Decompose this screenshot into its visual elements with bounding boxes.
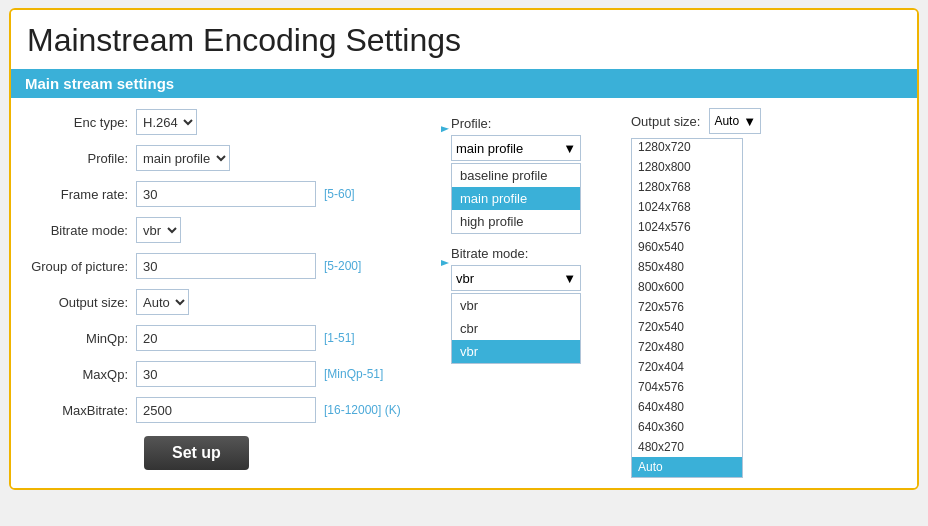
profile-option-main[interactable]: main profile: [452, 187, 580, 210]
size-list-item[interactable]: 704x576: [632, 377, 742, 397]
main-content: Enc type: H.264 Profile: main profile Fr…: [11, 98, 917, 488]
bitrate-select-top[interactable]: vbr ▼: [451, 265, 581, 291]
maxqp-row: MaxQp: [MinQp-51]: [21, 360, 431, 388]
profile-label: Profile:: [21, 151, 136, 166]
middle-panel: Profile: main profile ▼ baseline profile…: [441, 108, 631, 478]
frame-rate-input[interactable]: [136, 181, 316, 207]
enc-type-row: Enc type: H.264: [21, 108, 431, 136]
group-of-picture-row: Group of picture: [5-200]: [21, 252, 431, 280]
profile-option-high[interactable]: high profile: [452, 210, 580, 233]
profile-dropdown-group: Profile: main profile ▼ baseline profile…: [451, 116, 581, 234]
size-list-item[interactable]: 1280x768: [632, 177, 742, 197]
minqp-hint: [1-51]: [324, 331, 355, 345]
profile-chevron-icon: ▼: [563, 141, 576, 156]
enc-type-select[interactable]: H.264: [136, 109, 197, 135]
bitrate-mode-label: Bitrate mode:: [21, 223, 136, 238]
output-size-header: Output size: Auto ▼: [631, 108, 761, 134]
profile-dropdown-list: baseline profile main profile high profi…: [451, 163, 581, 234]
bitrate-mode-row: Bitrate mode: vbr: [21, 216, 431, 244]
frame-rate-hint: [5-60]: [324, 187, 355, 201]
maxbitrate-hint: [16-12000] (K): [324, 403, 401, 417]
svg-line-0: [441, 129, 446, 143]
output-size-right-label: Output size:: [631, 114, 700, 129]
group-of-picture-input[interactable]: [136, 253, 316, 279]
bitrate-dropdown-label: Bitrate mode:: [451, 246, 581, 261]
page-title: Mainstream Encoding Settings: [11, 10, 917, 69]
enc-type-label: Enc type:: [21, 115, 136, 130]
size-list-item[interactable]: 720x480: [632, 337, 742, 357]
bitrate-option-cbr[interactable]: cbr: [452, 317, 580, 340]
setup-button[interactable]: Set up: [144, 436, 249, 470]
output-size-chevron-icon: ▼: [743, 114, 756, 129]
maxqp-label: MaxQp:: [21, 367, 136, 382]
group-of-picture-hint: [5-200]: [324, 259, 361, 273]
size-list-item[interactable]: 640x360: [632, 417, 742, 437]
maxqp-input[interactable]: [136, 361, 316, 387]
maxbitrate-label: MaxBitrate:: [21, 403, 136, 418]
maxbitrate-row: MaxBitrate: [16-12000] (K): [21, 396, 431, 424]
size-list-item[interactable]: 1024x768: [632, 197, 742, 217]
profile-select[interactable]: main profile: [136, 145, 230, 171]
main-container: Mainstream Encoding Settings Main stream…: [9, 8, 919, 490]
size-list-item[interactable]: Auto: [632, 457, 742, 477]
output-size-row: Output size: Auto: [21, 288, 431, 316]
bitrate-option-vbr1[interactable]: vbr: [452, 294, 580, 317]
bitrate-option-vbr2[interactable]: vbr: [452, 340, 580, 363]
minqp-row: MinQp: [1-51]: [21, 324, 431, 352]
group-of-picture-label: Group of picture:: [21, 259, 136, 274]
bitrate-mode-select[interactable]: vbr: [136, 217, 181, 243]
section-header: Main stream settings: [11, 69, 917, 98]
profile-select-top[interactable]: main profile ▼: [451, 135, 581, 161]
maxbitrate-input[interactable]: [136, 397, 316, 423]
bitrate-chevron-icon: ▼: [563, 271, 576, 286]
profile-option-baseline[interactable]: baseline profile: [452, 164, 580, 187]
size-list-item[interactable]: 720x404: [632, 357, 742, 377]
size-list-item[interactable]: 480x270: [632, 437, 742, 457]
profile-row: Profile: main profile: [21, 144, 431, 172]
size-list-item[interactable]: 1024x576: [632, 217, 742, 237]
right-panel: Output size: Auto ▼ 1920x10801600x900144…: [631, 108, 761, 478]
size-list[interactable]: 1920x10801600x9001440x10501440x9001360x7…: [631, 138, 743, 478]
left-panel: Enc type: H.264 Profile: main profile Fr…: [21, 108, 441, 478]
size-list-item[interactable]: 850x480: [632, 257, 742, 277]
size-list-item[interactable]: 720x540: [632, 317, 742, 337]
bitrate-select-value: vbr: [456, 271, 563, 286]
frame-rate-label: Frame rate:: [21, 187, 136, 202]
bitrate-dropdown-group: Bitrate mode: vbr ▼ vbr cbr vbr: [451, 246, 581, 364]
output-size-top-select[interactable]: Auto ▼: [709, 108, 761, 134]
minqp-label: MinQp:: [21, 331, 136, 346]
size-list-item[interactable]: 1280x800: [632, 157, 742, 177]
size-list-item[interactable]: 800x600: [632, 277, 742, 297]
minqp-input[interactable]: [136, 325, 316, 351]
profile-dropdown-label: Profile:: [451, 116, 581, 131]
size-list-wrapper: 1920x10801600x9001440x10501440x9001360x7…: [631, 138, 761, 478]
profile-select-value: main profile: [456, 141, 563, 156]
size-list-item[interactable]: 1280x720: [632, 138, 742, 157]
output-size-select[interactable]: Auto: [136, 289, 189, 315]
output-size-top-value: Auto: [714, 114, 739, 128]
size-list-item[interactable]: 720x576: [632, 297, 742, 317]
frame-rate-row: Frame rate: [5-60]: [21, 180, 431, 208]
maxqp-hint: [MinQp-51]: [324, 367, 383, 381]
size-list-item[interactable]: 640x480: [632, 397, 742, 417]
output-size-label: Output size:: [21, 295, 136, 310]
size-list-item[interactable]: 960x540: [632, 237, 742, 257]
bitrate-dropdown-list: vbr cbr vbr: [451, 293, 581, 364]
